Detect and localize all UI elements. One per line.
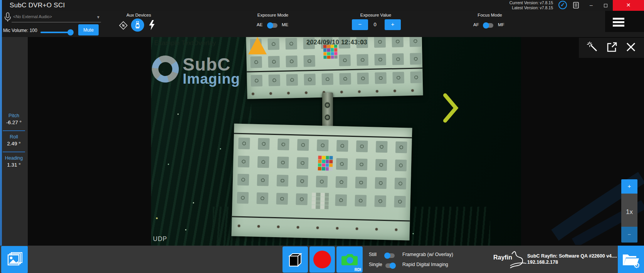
popout-window-icon[interactable] xyxy=(607,42,617,54)
audio-source-dropdown[interactable]: <No External Audio> xyxy=(13,14,52,19)
fiducial-square xyxy=(392,72,404,84)
fiducial-square xyxy=(238,156,250,168)
exposure-decrease-button[interactable]: − xyxy=(352,19,368,30)
single-label: Single xyxy=(369,262,382,267)
fiducial-square xyxy=(409,37,421,47)
app-window: SubC DVR+O SCI Current Version: v7.8.15 … xyxy=(0,0,644,273)
zoom-in-button[interactable]: + xyxy=(621,179,637,194)
timestamp-overlay: 2024/09/10 12:43:03 xyxy=(306,39,367,46)
fiducial-square xyxy=(285,38,297,50)
chevron-down-icon: ▼ xyxy=(96,15,100,19)
focus-mode-toggle[interactable] xyxy=(483,23,493,28)
mf-label: MF xyxy=(498,22,504,27)
screw xyxy=(305,91,307,94)
fiducial-square xyxy=(257,156,269,168)
fiducial-square xyxy=(374,195,386,207)
fiducial-square xyxy=(339,54,351,66)
screw xyxy=(395,229,397,231)
update-check-icon[interactable]: ✓ xyxy=(558,1,567,9)
gray-checker-patch xyxy=(311,192,329,209)
fiducial-square xyxy=(375,72,387,84)
example-text-overlay: Example TextOverlay xyxy=(154,39,216,47)
fiducial-square xyxy=(286,74,298,86)
fiducial-square xyxy=(395,160,407,172)
screw xyxy=(269,92,272,94)
auto-enhance-wand-icon[interactable] xyxy=(587,41,599,54)
toggle-knob xyxy=(267,22,273,29)
zoom-level-track[interactable]: 1x xyxy=(621,194,637,227)
divider xyxy=(3,130,25,131)
single-mode-toggle[interactable] xyxy=(385,263,395,268)
rdi-badge: RDI xyxy=(355,268,361,272)
screw xyxy=(336,227,338,229)
camera-icon xyxy=(340,253,359,266)
cube-icon xyxy=(286,251,304,268)
fiducial-square xyxy=(296,193,308,205)
fiducial-square xyxy=(268,74,280,86)
record-button[interactable] xyxy=(309,246,335,273)
fiducial-square xyxy=(304,74,316,86)
me-label: ME xyxy=(282,22,288,27)
record-icon xyxy=(313,251,331,268)
stream-protocol-label: UDP xyxy=(153,236,167,243)
menu-button[interactable] xyxy=(605,11,644,32)
exposure-increase-button[interactable]: + xyxy=(385,19,401,30)
3d-view-button[interactable] xyxy=(282,246,308,273)
roll-value: 2.49 ° xyxy=(0,141,28,147)
screw xyxy=(393,90,396,92)
fiducial-square xyxy=(257,174,269,186)
fiducial-square xyxy=(410,53,422,65)
mic-volume-label: Mic Volume: 100 xyxy=(3,28,37,33)
fiducial-square xyxy=(339,73,351,85)
laser-target-icon[interactable] xyxy=(119,21,128,32)
manual-icon[interactable] xyxy=(573,2,580,10)
lamp-icon[interactable] xyxy=(131,19,144,32)
fiducial-square xyxy=(410,71,422,83)
mic-volume-slider[interactable] xyxy=(40,29,73,35)
roll-label: Roll xyxy=(0,134,28,140)
video-overlay-toolbar xyxy=(579,38,644,58)
hamburger-icon xyxy=(613,18,624,20)
fiducial-square xyxy=(375,159,387,171)
microphone-icon xyxy=(4,12,12,24)
strobe-icon[interactable] xyxy=(148,20,156,32)
gallery-icon xyxy=(7,252,23,267)
fiducial-square xyxy=(376,141,388,153)
still-mode-toggle[interactable] xyxy=(385,253,395,258)
close-button[interactable]: ✕ xyxy=(613,0,644,11)
device-ip: 192.168.2.178 xyxy=(527,260,558,265)
mute-button[interactable]: Mute xyxy=(78,24,99,35)
fiducial-square xyxy=(267,38,279,50)
fiducial-square xyxy=(297,139,309,151)
file-settings-button[interactable]: ⚙ xyxy=(618,246,644,273)
rapid-digital-imaging-button[interactable]: RDI xyxy=(336,246,363,273)
ae-label: AE xyxy=(257,22,262,27)
screw xyxy=(257,225,260,228)
maximize-button[interactable] xyxy=(599,0,613,11)
fiducial-square xyxy=(395,142,407,153)
fiducial-square xyxy=(250,56,262,68)
calibration-board-top xyxy=(246,37,423,99)
zoom-level: 1x xyxy=(626,208,633,216)
slider-knob[interactable] xyxy=(67,29,74,35)
minimize-button[interactable]: – xyxy=(584,0,599,11)
screw xyxy=(375,228,378,230)
gear-icon: ⚙ xyxy=(633,261,640,270)
left-accent-strip xyxy=(0,0,2,246)
fiducial-square xyxy=(392,37,404,47)
screw xyxy=(340,91,343,93)
fiducial-square xyxy=(257,192,269,204)
close-overlay-icon[interactable] xyxy=(626,42,636,54)
exposure-mode-toggle[interactable] xyxy=(267,23,277,28)
screw xyxy=(358,91,360,93)
zoom-out-button[interactable]: − xyxy=(621,227,637,243)
video-feed: SubC Imaging Example TextOverlay 2024/09… xyxy=(151,37,521,246)
screw xyxy=(297,226,299,228)
board-line xyxy=(234,133,412,138)
subc-imaging-watermark: SubC Imaging xyxy=(152,56,240,86)
fiducial-square xyxy=(395,178,407,190)
heading-value: 1.31 ° xyxy=(0,162,28,168)
toggle-knob xyxy=(483,22,489,29)
media-gallery-button[interactable] xyxy=(1,246,28,273)
exposure-value-label: Exposure Value xyxy=(356,13,395,17)
